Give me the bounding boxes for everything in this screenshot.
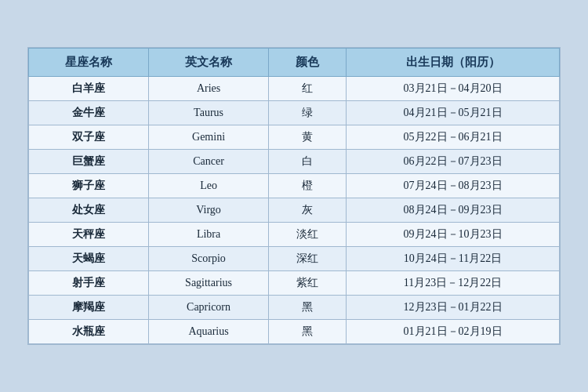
cell-chinese-name: 狮子座 <box>29 174 149 198</box>
cell-birth-dates: 11月23日－12月22日 <box>347 271 560 296</box>
cell-color: 橙 <box>269 174 347 198</box>
cell-birth-dates: 05月22日－06月21日 <box>347 125 560 150</box>
cell-color: 深红 <box>269 247 347 271</box>
table-row: 天蝎座Scorpio深红10月24日－11月22日 <box>29 247 560 271</box>
cell-chinese-name: 射手座 <box>29 271 149 296</box>
table-body: 白羊座Aries红03月21日－04月20日金牛座Taurus绿04月21日－0… <box>29 77 560 344</box>
header-english-name: 英文名称 <box>149 49 269 77</box>
cell-chinese-name: 水瓶座 <box>29 320 149 344</box>
table-row: 巨蟹座Cancer白06月22日－07月23日 <box>29 150 560 174</box>
cell-birth-dates: 01月21日－02月19日 <box>347 320 560 344</box>
cell-english-name: Taurus <box>149 101 269 125</box>
cell-english-name: Virgo <box>149 198 269 223</box>
cell-birth-dates: 04月21日－05月21日 <box>347 101 560 125</box>
cell-color: 紫红 <box>269 271 347 296</box>
cell-english-name: Leo <box>149 174 269 198</box>
cell-chinese-name: 天蝎座 <box>29 247 149 271</box>
zodiac-table-container: 星座名称 英文名称 颜色 出生日期（阳历） 白羊座Aries红03月21日－04… <box>27 47 561 345</box>
cell-chinese-name: 处女座 <box>29 198 149 223</box>
cell-color: 黑 <box>269 320 347 344</box>
cell-chinese-name: 摩羯座 <box>29 296 149 320</box>
table-row: 金牛座Taurus绿04月21日－05月21日 <box>29 101 560 125</box>
table-row: 水瓶座Aquarius黑01月21日－02月19日 <box>29 320 560 344</box>
cell-color: 红 <box>269 77 347 101</box>
cell-english-name: Aquarius <box>149 320 269 344</box>
cell-birth-dates: 12月23日－01月22日 <box>347 296 560 320</box>
cell-chinese-name: 巨蟹座 <box>29 150 149 174</box>
cell-birth-dates: 07月24日－08月23日 <box>347 174 560 198</box>
cell-birth-dates: 06月22日－07月23日 <box>347 150 560 174</box>
header-color: 颜色 <box>269 49 347 77</box>
cell-english-name: Sagittarius <box>149 271 269 296</box>
zodiac-table: 星座名称 英文名称 颜色 出生日期（阳历） 白羊座Aries红03月21日－04… <box>28 48 560 344</box>
table-row: 处女座Virgo灰08月24日－09月23日 <box>29 198 560 223</box>
table-row: 天秤座Libra淡红09月24日－10月23日 <box>29 223 560 247</box>
cell-chinese-name: 双子座 <box>29 125 149 150</box>
table-row: 双子座Gemini黄05月22日－06月21日 <box>29 125 560 150</box>
cell-english-name: Capricorn <box>149 296 269 320</box>
table-row: 狮子座Leo橙07月24日－08月23日 <box>29 174 560 198</box>
cell-birth-dates: 09月24日－10月23日 <box>347 223 560 247</box>
cell-birth-dates: 03月21日－04月20日 <box>347 77 560 101</box>
cell-chinese-name: 白羊座 <box>29 77 149 101</box>
table-row: 白羊座Aries红03月21日－04月20日 <box>29 77 560 101</box>
cell-chinese-name: 金牛座 <box>29 101 149 125</box>
cell-english-name: Gemini <box>149 125 269 150</box>
header-birth-date: 出生日期（阳历） <box>347 49 560 77</box>
cell-color: 绿 <box>269 101 347 125</box>
cell-english-name: Libra <box>149 223 269 247</box>
cell-birth-dates: 08月24日－09月23日 <box>347 198 560 223</box>
cell-color: 灰 <box>269 198 347 223</box>
cell-birth-dates: 10月24日－11月22日 <box>347 247 560 271</box>
cell-color: 淡红 <box>269 223 347 247</box>
cell-color: 黑 <box>269 296 347 320</box>
cell-english-name: Scorpio <box>149 247 269 271</box>
cell-color: 白 <box>269 150 347 174</box>
table-row: 摩羯座Capricorn黑12月23日－01月22日 <box>29 296 560 320</box>
cell-english-name: Cancer <box>149 150 269 174</box>
table-row: 射手座Sagittarius紫红11月23日－12月22日 <box>29 271 560 296</box>
header-chinese-name: 星座名称 <box>29 49 149 77</box>
table-header-row: 星座名称 英文名称 颜色 出生日期（阳历） <box>29 49 560 77</box>
cell-english-name: Aries <box>149 77 269 101</box>
cell-chinese-name: 天秤座 <box>29 223 149 247</box>
cell-color: 黄 <box>269 125 347 150</box>
